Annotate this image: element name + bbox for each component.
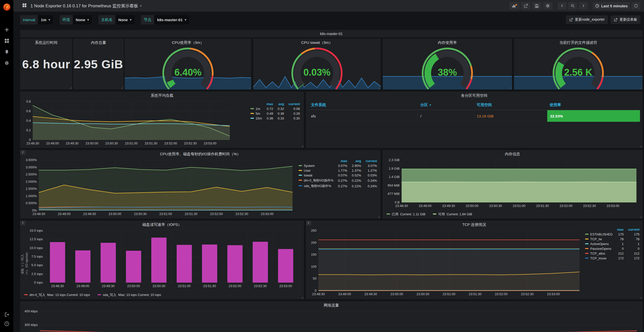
resize-handle[interactable] [640, 216, 642, 218]
dashboard-grid-icon[interactable] [22, 3, 27, 9]
svg-text:400 kbps: 400 kbps [24, 309, 38, 313]
legend-item[interactable]: ESTABLISHED [585, 232, 613, 237]
legend-item[interactable]: 15m [250, 116, 262, 121]
save-button[interactable] [532, 2, 541, 10]
resize-handle[interactable] [378, 216, 380, 218]
svg-text:2.3 GiB: 2.3 GiB [389, 158, 400, 162]
legend-item[interactable]: TCP_inuse [585, 256, 613, 261]
resize-handle[interactable] [301, 145, 303, 147]
column-header-partition[interactable]: 分区▾ [418, 100, 474, 110]
svg-text:23:51:00: 23:51:00 [443, 292, 456, 296]
dashboard-settings-button[interactable] [543, 2, 553, 10]
legend-swatch [250, 108, 254, 109]
svg-text:954 MiB: 954 MiB [388, 184, 400, 187]
legend-item[interactable]: Iowait [299, 173, 334, 178]
dashboard-title[interactable]: 1 Node Exporter 0.16 0.17 for Prometheus… [30, 3, 138, 9]
svg-text:23:52:00: 23:52:00 [495, 292, 508, 296]
variable-interval[interactable]: interval 1m▾ [20, 15, 53, 24]
legend-item[interactable]: TCP_tw [585, 237, 613, 242]
panel-title[interactable]: 内存总量 [73, 40, 124, 45]
panel-title[interactable]: 系统平均负载 [20, 93, 304, 98]
svg-text:23:52:30: 23:52:30 [235, 212, 248, 216]
variable-node[interactable]: 节点 k8s-master-01▾ [141, 15, 189, 24]
link-update-dashboard[interactable]: 更新仪表板 [610, 15, 640, 24]
stat-value: 2.95 GiB [73, 57, 124, 71]
panel-title[interactable]: 系统运行时间 [20, 40, 72, 45]
legend-swatch [98, 294, 101, 295]
panel-title[interactable]: CPU iowait（5m） [253, 40, 381, 45]
panel-title[interactable]: CPU使用率、磁盘每秒的I/O操作耗费时间（%） [20, 152, 380, 157]
column-header-usage[interactable]: 使用率 [547, 100, 640, 110]
sign-out-icon[interactable] [0, 310, 13, 320]
legend-item[interactable]: PassiveOpens [585, 246, 613, 251]
chevron-down-icon[interactable]: ▾ [140, 4, 142, 8]
help-icon[interactable]: ? [0, 319, 13, 329]
legend-item[interactable]: User [299, 168, 334, 173]
variable-hostname[interactable]: 主机名 None▾ [99, 15, 135, 24]
time-range-picker[interactable]: Last 5 minutes [593, 2, 630, 10]
legend-table: maxavgcurrentSystem3.07%2.90%3.07%User1.… [299, 159, 377, 189]
resize-handle[interactable] [640, 297, 642, 298]
row-header[interactable]: k8s-master-01 [20, 30, 642, 37]
link-update-node-exporter[interactable]: 更新node_exporter [566, 15, 608, 24]
resize-handle[interactable] [121, 87, 123, 89]
alerting-bell-icon[interactable] [0, 47, 13, 57]
legend-item[interactable]: sda_写入 Max: 13 iops Current: 10 iops [98, 293, 161, 297]
resize-handle[interactable] [301, 297, 303, 298]
panel-title[interactable]: 当前打开的文件描述符 [514, 40, 642, 45]
legend-swatch [585, 258, 589, 259]
legend-item[interactable]: System [299, 163, 334, 168]
chart-svg: 3.500%3.000%2.500%2.000%1.500%1.000%0.50… [22, 158, 296, 217]
legend-item[interactable]: dm-0_写入 Max: 13 iops Current: 10 iops [24, 293, 90, 297]
panel-title[interactable]: 内存使用率 [383, 40, 512, 45]
panel-title[interactable]: 磁盘读写速率（IOPS） [20, 222, 304, 227]
svg-text:23:49:00: 23:49:00 [77, 284, 89, 288]
variable-label: 节点 [141, 15, 154, 24]
variable-value-dropdown[interactable]: 1m▾ [38, 15, 53, 24]
panel-title[interactable]: 各分区可用空间 [306, 93, 642, 98]
svg-text:23:53:00: 23:53:00 [547, 292, 560, 296]
legend-swatch [387, 214, 390, 215]
panel-title[interactable]: TCP 连接情况 [306, 222, 642, 227]
legend-item[interactable]: dm-0_每秒I/O操作% [299, 178, 334, 183]
share-button[interactable] [521, 2, 531, 10]
svg-text:23:50:30: 23:50:30 [152, 284, 165, 288]
panel-open-file-descriptors-gauge: 当前打开的文件描述符 2.56 K [514, 39, 642, 89]
legend-item[interactable]: 1m [250, 106, 262, 111]
zoom-out-button[interactable] [568, 2, 577, 10]
svg-text:23:49:00: 23:49:00 [46, 141, 59, 145]
add-icon[interactable] [0, 25, 13, 35]
svg-text:23:51:30: 23:51:30 [203, 284, 216, 288]
panel-title[interactable]: 内存信息 [382, 152, 642, 157]
svg-text:1.500%: 1.500% [26, 187, 37, 191]
svg-text:23:49:00: 23:49:00 [58, 212, 71, 216]
refresh-button[interactable] [631, 2, 640, 10]
variable-value-dropdown[interactable]: k8s-master-01▾ [154, 15, 189, 24]
column-header-available[interactable]: 可用空间 [474, 100, 547, 110]
grafana-logo[interactable] [0, 2, 13, 13]
panel-title[interactable]: 网络流量 [20, 303, 642, 308]
resize-handle[interactable] [70, 87, 72, 89]
svg-text:23:50:00: 23:50:00 [127, 284, 140, 288]
variable-value-dropdown[interactable]: None▾ [73, 15, 92, 24]
add-panel-button[interactable] [509, 2, 520, 10]
time-back-button[interactable] [558, 2, 567, 10]
panel-title[interactable]: CPU使用率（5m） [125, 40, 251, 45]
settings-gear-icon[interactable] [0, 58, 13, 68]
resize-handle[interactable] [640, 145, 642, 147]
svg-text:23:49:30: 23:49:30 [364, 292, 377, 296]
time-forward-button[interactable] [579, 2, 588, 10]
legend-item[interactable]: 5m [250, 111, 262, 116]
legend-item[interactable]: ActiveOpens [585, 242, 613, 246]
legend-item[interactable]: TCP_alloc [585, 251, 613, 256]
chart-legend: dm-0_写入 Max: 13 iops Current: 10 iops sd… [24, 293, 161, 297]
gauge-svg [514, 39, 642, 89]
variable-env[interactable]: 环境 None▾ [60, 15, 92, 24]
chart-svg: 25020015010050023:48:3023:49:0023:49:302… [308, 228, 583, 297]
legend-item[interactable]: 可用 Current: 1.84 GiB [433, 212, 472, 217]
column-header-filesystem[interactable]: 文件系统 [308, 100, 418, 110]
legend-item[interactable]: sda_每秒I/O操作% [299, 183, 334, 189]
legend-item[interactable]: 已用 Current: 1.11 GiB [387, 212, 425, 217]
dashboards-icon[interactable] [0, 36, 13, 46]
variable-value-dropdown[interactable]: None▾ [115, 15, 135, 24]
